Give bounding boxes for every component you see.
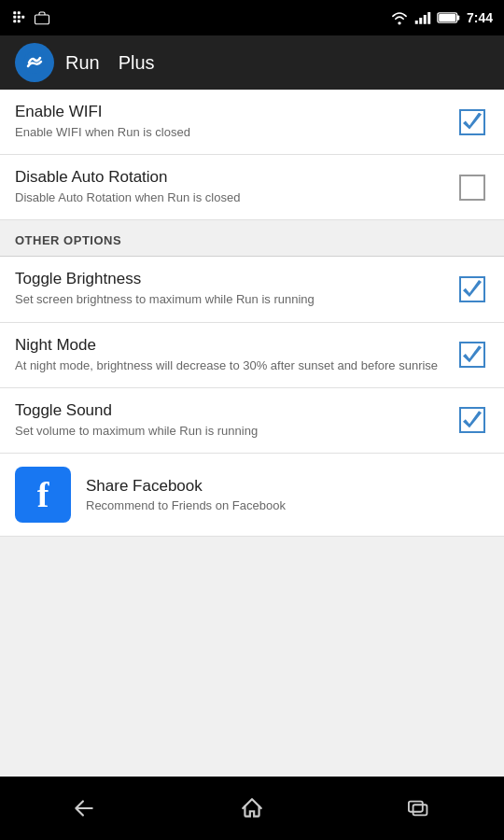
svg-rect-10: [424, 15, 427, 24]
settings-item-content: Toggle Brightness Set screen brightness …: [15, 270, 455, 308]
section-header-label: OTHER OPTIONS: [15, 233, 121, 247]
recent-apps-icon: [408, 796, 432, 820]
svg-rect-1: [18, 11, 21, 14]
night-mode-checkbox[interactable]: [455, 338, 489, 371]
settings-item-content: Enable WIFI Enable WIFI when Run is clos…: [15, 103, 455, 141]
settings-item-desc: Set volume to maximum while Run is runni…: [15, 423, 444, 440]
settings-item-toggle-brightness[interactable]: Toggle Brightness Set screen brightness …: [0, 257, 504, 322]
toggle-brightness-checkbox[interactable]: [455, 273, 489, 306]
facebook-icon: f: [15, 467, 71, 523]
svg-rect-7: [35, 15, 49, 24]
settings-item-title: Enable WIFI: [15, 103, 444, 121]
briefcase-icon: [34, 9, 50, 26]
svg-rect-14: [439, 14, 455, 21]
svg-rect-13: [457, 15, 460, 20]
checkbox-unchecked[interactable]: [459, 175, 485, 201]
checkbox-checked[interactable]: [459, 407, 485, 433]
settings-item-toggle-sound[interactable]: Toggle Sound Set volume to maximum while…: [0, 388, 504, 454]
settings-item-title: Toggle Brightness: [15, 270, 444, 288]
app-logo: [15, 43, 54, 82]
svg-rect-4: [21, 16, 24, 19]
status-bar: 7:44: [0, 0, 504, 35]
settings-list: Enable WIFI Enable WIFI when Run is clos…: [0, 90, 504, 777]
status-bar-left-icons: [11, 9, 50, 26]
svg-rect-6: [18, 20, 21, 22]
wifi-icon: [390, 10, 409, 25]
svg-rect-16: [409, 802, 423, 812]
blackberry-icon: [11, 9, 28, 26]
enable-wifi-checkbox[interactable]: [455, 105, 489, 139]
settings-item-title: Disable Auto Rotation: [15, 168, 444, 187]
home-icon: [240, 796, 264, 820]
svg-rect-2: [13, 16, 16, 19]
settings-item-desc: Set screen brightness to maximum while R…: [15, 291, 444, 308]
settings-item-content: Night Mode At night mode, brightness wil…: [15, 336, 455, 374]
settings-item-content: Toggle Sound Set volume to maximum while…: [15, 401, 455, 440]
checkbox-checked[interactable]: [459, 276, 485, 302]
svg-rect-5: [13, 20, 16, 22]
facebook-title: Share Facebook: [86, 477, 286, 496]
other-options-header: OTHER OPTIONS: [0, 220, 504, 257]
back-arrow-icon: [72, 796, 96, 820]
facebook-share-item[interactable]: f Share Facebook Recommend to Friends on…: [0, 454, 504, 537]
nav-recent-button[interactable]: [392, 790, 448, 827]
battery-icon: [437, 11, 461, 24]
nav-home-button[interactable]: [224, 790, 280, 827]
settings-item-desc: Enable WIFI when Run is closed: [15, 124, 444, 141]
disable-auto-rotation-checkbox[interactable]: [455, 171, 489, 204]
settings-item-night-mode[interactable]: Night Mode At night mode, brightness wil…: [0, 323, 504, 388]
signal-icon: [414, 10, 431, 25]
checkbox-checked[interactable]: [459, 342, 485, 368]
time-display: 7:44: [467, 10, 493, 25]
settings-item-disable-auto-rotation[interactable]: Disable Auto Rotation Disable Auto Rotat…: [0, 155, 504, 220]
settings-item-title: Toggle Sound: [15, 401, 444, 420]
facebook-desc: Recommend to Friends on Facebook: [86, 498, 286, 512]
status-bar-right-icons: 7:44: [390, 10, 493, 25]
settings-item-desc: Disable Auto Rotation when Run is closed: [15, 189, 444, 206]
svg-rect-0: [13, 11, 16, 14]
settings-item-title: Night Mode: [15, 336, 444, 355]
toggle-sound-checkbox[interactable]: [455, 403, 489, 437]
app-title: Run: [65, 52, 100, 74]
svg-rect-8: [415, 21, 418, 24]
settings-item-enable-wifi[interactable]: Enable WIFI Enable WIFI when Run is clos…: [0, 90, 504, 155]
settings-item-desc: At night mode, brightness will decrease …: [15, 357, 444, 374]
facebook-text: Share Facebook Recommend to Friends on F…: [86, 477, 286, 512]
settings-item-content: Disable Auto Rotation Disable Auto Rotat…: [15, 168, 455, 206]
svg-rect-11: [427, 12, 430, 24]
nav-bar: [0, 777, 504, 840]
nav-back-button[interactable]: [56, 790, 112, 827]
app-subtitle: Plus: [119, 52, 155, 74]
svg-rect-3: [18, 16, 21, 19]
checkbox-checked[interactable]: [459, 109, 485, 135]
app-bar: Run Plus: [0, 35, 504, 90]
svg-rect-17: [413, 805, 427, 815]
svg-rect-9: [419, 18, 422, 24]
